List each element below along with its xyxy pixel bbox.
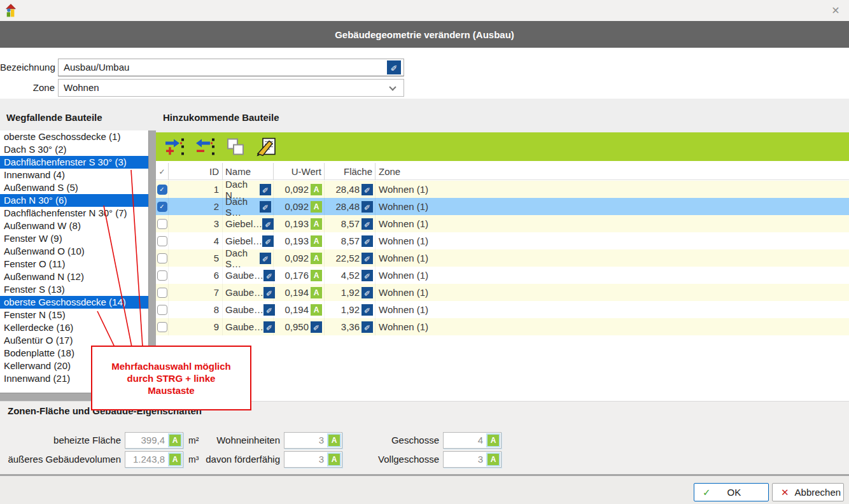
edit-component-button[interactable]	[254, 136, 278, 158]
ok-button[interactable]: ✓ OK	[694, 483, 769, 501]
edit-flaeche-icon[interactable]: ✎	[361, 321, 373, 333]
auto-badge[interactable]: A	[311, 218, 322, 230]
list-item[interactable]: Dachflächenfenster N 30° (7)	[0, 207, 148, 220]
edit-flaeche-icon[interactable]: ✎	[361, 184, 373, 195]
bezeichnung-input[interactable]: Ausbau/Umbau ✎	[58, 59, 404, 76]
pencil-icon: ✎	[265, 220, 271, 228]
list-item[interactable]: Dachflächenfenster S 30° (3)	[0, 156, 148, 169]
wohneinheiten-input[interactable]: 3 A	[284, 432, 342, 449]
edit-name-icon[interactable]: ✎	[262, 235, 274, 247]
header-check-column[interactable]: ✓	[156, 163, 169, 180]
edit-flaeche-icon[interactable]: ✎	[361, 218, 373, 230]
table-row[interactable]: 9Gaube…✎0,950✎3,36✎Wohnen (1)	[156, 318, 849, 335]
remove-components-button[interactable]	[193, 136, 217, 158]
table-row[interactable]: 6Gaube…✎0,176A4,52✎Wohnen (1)	[156, 267, 849, 284]
edit-name-icon[interactable]: ✎	[260, 184, 271, 195]
cancel-button[interactable]: ✕ Abbrechen	[772, 483, 844, 501]
auto-badge[interactable]: A	[488, 435, 499, 446]
edit-name-icon[interactable]: ✎	[260, 253, 271, 264]
header-zone-column[interactable]: Zone	[375, 163, 849, 180]
row-checkbox[interactable]	[157, 322, 167, 332]
table-row[interactable]: ✓1Dach N…✎0,092A28,48✎Wohnen (1)	[156, 181, 849, 198]
vollgeschosse-input[interactable]: 3 A	[443, 451, 502, 468]
auto-badge[interactable]: A	[328, 435, 340, 446]
annotation-box: Mehrfachauswahl möglich durch STRG + lin…	[91, 346, 251, 410]
gebaeudevolumen-input[interactable]: 1.243,8 A	[125, 451, 183, 468]
list-item[interactable]: Fenster N (15)	[0, 309, 148, 321]
list-item[interactable]: Außentür O (17)	[0, 334, 148, 347]
row-checkbox[interactable]: ✓	[157, 202, 167, 212]
row-flaeche: 4,52	[341, 270, 360, 281]
row-checkbox[interactable]: ✓	[157, 185, 167, 195]
edit-flaeche-icon[interactable]: ✎	[361, 235, 373, 247]
edit-flaeche-icon[interactable]: ✎	[361, 201, 373, 213]
edit-flaeche-icon[interactable]: ✎	[361, 304, 373, 316]
list-item[interactable]: Fenster O (11)	[0, 258, 148, 270]
table-row[interactable]: 5Dach S…✎0,092A22,52✎Wohnen (1)	[156, 249, 849, 267]
list-item[interactable]: Innenwand (4)	[0, 169, 148, 181]
table-row[interactable]: 4Giebel…✎0,193A8,57✎Wohnen (1)	[156, 232, 849, 249]
vollgeschosse-value: 3	[444, 452, 483, 467]
header-uwert-column[interactable]: U-Wert	[274, 163, 325, 180]
pencil-icon: ✎	[266, 271, 272, 280]
list-item[interactable]: Außenwand S (5)	[0, 181, 148, 194]
auto-badge[interactable]: A	[311, 253, 322, 264]
app-house-icon	[5, 3, 17, 18]
row-checkbox[interactable]	[157, 288, 167, 298]
table-row[interactable]: 8Gaube…✎0,194A1,92✎Wohnen (1)	[156, 301, 849, 318]
table-row[interactable]: 7Gaube…✎0,194A1,92✎Wohnen (1)	[156, 284, 849, 301]
auto-badge[interactable]: A	[311, 201, 322, 213]
auto-badge[interactable]: A	[169, 435, 181, 446]
list-item[interactable]: Dach N 30° (6)	[0, 194, 148, 207]
copy-components-button[interactable]	[223, 136, 248, 158]
list-item[interactable]: Außenwand W (8)	[0, 220, 148, 232]
table-row[interactable]: 3Giebel…✎0,193A8,57✎Wohnen (1)	[156, 215, 849, 232]
edit-flaeche-icon[interactable]: ✎	[361, 287, 373, 298]
pencil-icon: ✎	[266, 323, 272, 332]
auto-badge[interactable]: A	[328, 454, 340, 465]
row-checkbox[interactable]	[157, 305, 167, 315]
row-checkbox[interactable]	[157, 270, 167, 281]
list-item[interactable]: Kellerdecke (16)	[0, 321, 148, 334]
row-id-cell: 1	[169, 181, 223, 198]
list-item[interactable]: Dach S 30° (2)	[0, 143, 148, 156]
foerderfaehig-label: davon förderfähig	[191, 451, 280, 468]
list-item[interactable]: oberste Geschossdecke (14)	[0, 296, 148, 309]
edit-bezeichnung-button[interactable]: ✎	[387, 60, 401, 74]
header-id-column[interactable]: ID	[169, 163, 223, 180]
zone-select[interactable]: Wohnen	[58, 79, 404, 97]
edit-name-icon[interactable]: ✎	[260, 201, 271, 213]
close-icon[interactable]: ✕	[827, 3, 844, 18]
list-item[interactable]: Fenster S (13)	[0, 283, 148, 296]
edit-flaeche-icon[interactable]: ✎	[361, 270, 373, 281]
edit-name-icon[interactable]: ✎	[262, 218, 274, 230]
geschosse-input[interactable]: 4 A	[443, 432, 502, 449]
pencil-icon: ✎	[313, 323, 319, 332]
list-item[interactable]: Außenwand O (10)	[0, 245, 148, 258]
row-checkbox[interactable]	[157, 236, 167, 246]
auto-badge[interactable]: A	[488, 454, 499, 465]
auto-badge[interactable]: A	[311, 287, 322, 298]
row-checkbox[interactable]	[157, 253, 167, 263]
auto-badge[interactable]: A	[311, 270, 322, 281]
beheizte-flaeche-input[interactable]: 399,4 A	[125, 432, 183, 449]
auto-badge[interactable]: A	[311, 235, 322, 247]
row-name: Gaube…	[225, 270, 263, 281]
auto-badge[interactable]: A	[311, 304, 322, 316]
list-item[interactable]: oberste Geschossdecke (1)	[0, 130, 148, 143]
auto-badge[interactable]: A	[311, 184, 322, 195]
row-checkbox[interactable]	[157, 219, 167, 229]
row-id-cell: 2	[169, 198, 223, 215]
table-row[interactable]: ✓2Dach S…✎0,092A28,48✎Wohnen (1)	[156, 198, 849, 215]
header-name-column[interactable]: Name	[223, 163, 274, 180]
row-check-cell	[156, 284, 169, 301]
list-item[interactable]: Fenster W (9)	[0, 232, 148, 245]
header-flaeche-column[interactable]: Fläche	[325, 163, 375, 180]
auto-badge[interactable]: A	[169, 454, 181, 465]
edit-flaeche-icon[interactable]: ✎	[361, 253, 373, 264]
add-components-button[interactable]	[162, 136, 186, 158]
foerderfaehig-input[interactable]: 3 A	[284, 451, 342, 468]
list-item[interactable]: Außenwand N (12)	[0, 270, 148, 283]
row-name-cell: Dach S…✎	[223, 249, 274, 267]
edit-uwert-icon[interactable]: ✎	[311, 321, 322, 333]
